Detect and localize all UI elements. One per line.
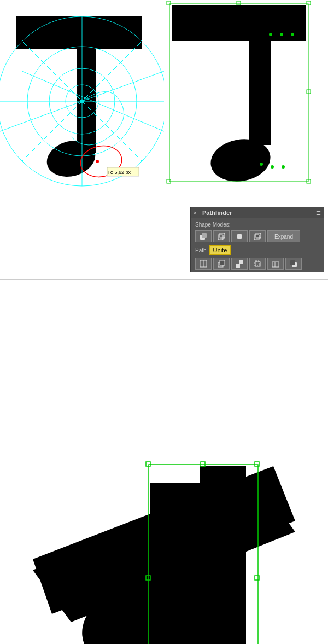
svg-point-29	[291, 33, 294, 36]
svg-rect-56	[200, 466, 246, 644]
svg-rect-45	[236, 264, 240, 268]
panel-menu-button[interactable]: ☰	[316, 210, 321, 216]
minus-back-button[interactable]	[285, 258, 302, 270]
svg-point-27	[269, 33, 272, 36]
svg-point-32	[282, 165, 285, 169]
shape-modes-buttons: Expand	[195, 230, 319, 242]
svg-rect-34	[202, 233, 207, 238]
shape-modes-label: Shape Modes:	[195, 222, 319, 228]
bottom-canvas-area	[0, 280, 328, 644]
top-right-canvas	[164, 0, 328, 202]
svg-rect-18	[249, 33, 271, 145]
svg-rect-61	[255, 462, 259, 466]
outline-button[interactable]	[267, 258, 284, 270]
unite-tooltip: Unite	[209, 245, 231, 255]
pathfinder-row: Path Unite	[195, 245, 319, 255]
svg-point-28	[280, 33, 283, 36]
svg-rect-66	[201, 462, 205, 466]
svg-rect-46	[239, 260, 243, 264]
svg-rect-65	[255, 576, 259, 580]
pathfinder-panel: × Pathfinder ☰ Shape Modes:	[190, 207, 324, 272]
merge-button[interactable]	[231, 258, 248, 270]
svg-point-12	[80, 100, 84, 103]
divide-button[interactable]	[195, 258, 212, 270]
svg-rect-21	[167, 1, 171, 5]
panel-titlebar: × Pathfinder ☰	[191, 207, 324, 218]
panel-body: Shape Modes: Expand	[191, 218, 324, 273]
svg-rect-52	[290, 260, 295, 265]
svg-rect-58	[153, 619, 219, 644]
panel-title: Pathfinder	[202, 210, 232, 216]
svg-point-14	[96, 160, 99, 163]
exclude-button[interactable]	[249, 230, 266, 242]
expand-button[interactable]: Expand	[267, 230, 300, 242]
svg-rect-35	[218, 235, 223, 240]
trim-button[interactable]	[213, 258, 230, 270]
svg-rect-36	[220, 233, 225, 238]
svg-rect-37	[237, 234, 242, 239]
panel-close-button[interactable]: ×	[194, 210, 199, 216]
svg-point-30	[260, 163, 263, 166]
unite-button[interactable]	[195, 230, 212, 242]
svg-rect-25	[237, 1, 241, 5]
svg-rect-17	[172, 5, 306, 41]
pathfinder-label: Path	[195, 247, 207, 253]
svg-rect-40	[256, 235, 259, 237]
svg-rect-44	[220, 260, 225, 265]
svg-rect-49	[272, 262, 279, 267]
svg-rect-60	[146, 462, 150, 466]
crop-button[interactable]	[249, 258, 266, 270]
pathfinder-buttons	[195, 258, 319, 270]
minus-front-button[interactable]	[213, 230, 230, 242]
top-canvas-area: R: 5,62 px	[0, 0, 328, 279]
svg-point-31	[271, 165, 274, 169]
top-left-canvas: R: 5,62 px	[0, 0, 164, 202]
intersect-button[interactable]	[231, 230, 248, 242]
svg-text:R: 5,62 px: R: 5,62 px	[108, 170, 131, 175]
